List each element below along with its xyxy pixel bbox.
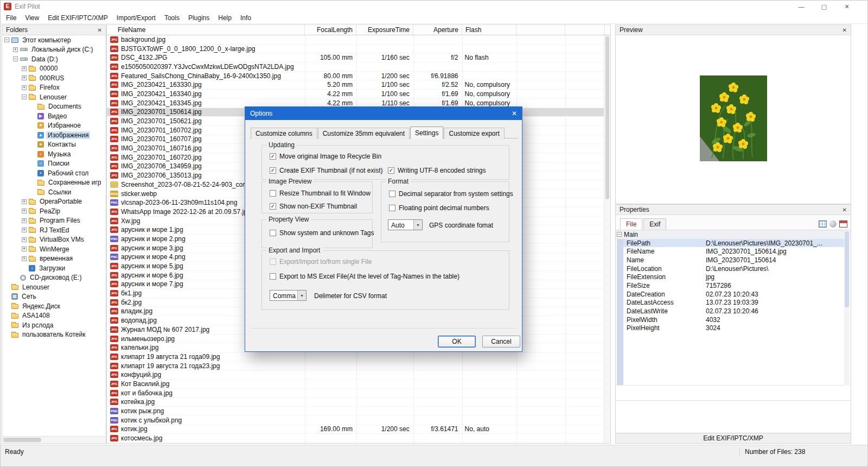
tree-item[interactable]: ♪Музыка bbox=[2, 149, 106, 159]
preview-close-icon[interactable]: ✕ bbox=[843, 27, 847, 33]
globe-icon[interactable] bbox=[829, 220, 837, 228]
file-row[interactable]: JPGIMG_20230421_163330.jpg5.20 mm1/100 s… bbox=[107, 80, 604, 90]
tree-item[interactable]: ▲Изображения bbox=[2, 130, 106, 140]
unchecked-checkbox-icon[interactable] bbox=[270, 258, 276, 265]
property-row[interactable]: NameIMG_20230701_150614 bbox=[623, 256, 844, 264]
export-single-file-checkbox[interactable]: Export/Import to/from single File bbox=[270, 258, 372, 266]
unchecked-checkbox-icon[interactable] bbox=[270, 190, 276, 197]
menu-import-export[interactable]: Import/Export bbox=[112, 12, 160, 23]
tree-item[interactable]: +00000 bbox=[2, 64, 106, 74]
collapse-expander-icon[interactable]: − bbox=[13, 56, 18, 61]
tree-item[interactable]: −Этот компьютер bbox=[2, 35, 106, 45]
file-row[interactable]: JPGклипарт 19 августа 21 года23.jpg bbox=[107, 362, 604, 371]
tree-item[interactable]: Из рслода bbox=[2, 320, 106, 330]
file-row[interactable]: JPGFeatured_SailsChong_ChinaBaby_16-9-24… bbox=[107, 72, 604, 81]
tree-item[interactable]: +OperaPortable bbox=[2, 197, 106, 207]
ok-button[interactable]: OK bbox=[438, 336, 476, 348]
column-header-exposuretime[interactable]: ExposureTime bbox=[356, 25, 413, 35]
file-row[interactable]: JPGконфуций.jpg bbox=[107, 370, 604, 380]
minimize-icon[interactable]: — bbox=[797, 3, 806, 10]
properties-vertical-scrollbar[interactable] bbox=[844, 230, 850, 386]
scrollbar-thumb[interactable] bbox=[845, 231, 849, 307]
file-row[interactable]: JPGbackground.jpg bbox=[107, 35, 604, 45]
expand-expander-icon[interactable]: + bbox=[22, 75, 27, 80]
dialog-tab-customize-export[interactable]: Customize export bbox=[444, 128, 504, 139]
column-header-empty[interactable] bbox=[516, 25, 565, 35]
column-header-empty[interactable] bbox=[565, 25, 605, 35]
dialog-tab-customize-35mm-equivalent[interactable]: Customize 35mm equivalent bbox=[318, 128, 410, 139]
tree-item[interactable]: пользователь Котейк bbox=[2, 330, 106, 340]
property-row[interactable]: FileNameIMG_20230701_150614.jpg bbox=[623, 247, 844, 256]
dialog-tab-settings[interactable]: Settings bbox=[410, 127, 443, 139]
move-to-recycle-checkbox[interactable]: ✓Move original Image to Recycle Bin bbox=[270, 153, 381, 160]
checked-checkbox-icon[interactable]: ✓ bbox=[270, 203, 276, 210]
property-row[interactable]: DateLastAccess13.07.23 19:03:39 bbox=[623, 299, 844, 307]
checked-checkbox-icon[interactable]: ✓ bbox=[388, 167, 394, 174]
property-row[interactable]: FileSize7157286 bbox=[623, 281, 844, 290]
decimal-separator-checkbox[interactable]: Decimal separator from system settings bbox=[389, 190, 513, 198]
properties-close-icon[interactable]: ✕ bbox=[843, 207, 847, 213]
file-row[interactable]: JPGDSC_4132.JPG105.00 mm1/160 secf/2No f… bbox=[107, 53, 604, 62]
tree-item[interactable]: +WinMerge bbox=[2, 244, 106, 254]
chevron-down-icon[interactable]: ▼ bbox=[413, 220, 422, 230]
tree-item[interactable]: +Локальный диск (C:) bbox=[2, 45, 106, 55]
tree-item[interactable]: −Data (D:) bbox=[2, 54, 106, 64]
properties-tab-exif[interactable]: Exif bbox=[643, 218, 666, 230]
scrollbar-thumb[interactable] bbox=[3, 438, 41, 442]
cancel-button[interactable]: Cancel bbox=[482, 336, 520, 348]
properties-tab-file[interactable]: File bbox=[620, 218, 642, 230]
tree-item[interactable]: ●Контакты bbox=[2, 140, 106, 150]
expand-expander-icon[interactable]: + bbox=[22, 218, 27, 223]
file-row[interactable]: JPGкотик.jpg169.00 mm1/200 secf/3.61471N… bbox=[107, 425, 604, 434]
menu-file[interactable]: File bbox=[2, 12, 21, 23]
tree-item[interactable]: +Firefox bbox=[2, 83, 106, 93]
tree-item[interactable]: ▶Видео bbox=[2, 111, 106, 121]
folders-horizontal-scrollbar[interactable] bbox=[2, 436, 106, 443]
tree-item[interactable]: ▦Сеть bbox=[2, 292, 106, 302]
dialog-title-bar[interactable]: Options ✕ bbox=[245, 107, 522, 120]
tree-item[interactable]: Ссылки bbox=[2, 187, 106, 197]
tree-item[interactable]: ↓Загрузки bbox=[2, 263, 106, 273]
show-system-tags-checkbox[interactable]: Show system and unknown Tags bbox=[270, 229, 374, 237]
property-row[interactable]: PixelHeight3024 bbox=[623, 324, 844, 333]
collapse-expander-icon[interactable]: − bbox=[617, 232, 622, 237]
collapse-expander-icon[interactable]: − bbox=[22, 94, 27, 99]
menu-edit-exif-iptc-xmp[interactable]: Edit EXIF/IPTC/XMP bbox=[43, 12, 112, 23]
folders-close-icon[interactable]: ✕ bbox=[98, 27, 102, 33]
unchecked-checkbox-icon[interactable] bbox=[389, 205, 395, 211]
property-group-row[interactable]: − Main bbox=[616, 230, 851, 239]
tree-item[interactable]: Яндекс.Диск bbox=[2, 301, 106, 311]
close-icon[interactable]: ✕ bbox=[843, 3, 851, 10]
floating-point-checkbox[interactable]: Floating point decimal numbers bbox=[389, 204, 489, 212]
unchecked-checkbox-icon[interactable] bbox=[389, 191, 395, 197]
expand-expander-icon[interactable]: + bbox=[22, 199, 27, 204]
checked-checkbox-icon[interactable]: ✓ bbox=[270, 153, 276, 160]
utf8-strings-checkbox[interactable]: ✓Writing UTF-8 encoded strings bbox=[388, 167, 486, 174]
file-row[interactable]: JPGкотейка.jpg bbox=[107, 398, 604, 407]
dialog-tab-customize-columns[interactable]: Customize columns bbox=[251, 128, 317, 139]
show-non-exif-thumbnail-checkbox[interactable]: ✓Show non-EXIF Thumbnail bbox=[270, 203, 357, 210]
file-row[interactable]: JPGBJSTGXToWF_0_0_1800_1200_0_x-large.jp… bbox=[107, 45, 604, 54]
unchecked-checkbox-icon[interactable] bbox=[270, 230, 276, 236]
tree-item[interactable]: Documents bbox=[2, 102, 106, 112]
file-row[interactable]: PNGкотик рыж.png bbox=[107, 407, 604, 416]
column-header-flash[interactable]: Flash bbox=[462, 25, 516, 35]
property-row[interactable]: FileLocationD:\Lenouser\Pictures\ bbox=[623, 264, 844, 273]
expand-expander-icon[interactable]: + bbox=[22, 237, 27, 242]
checked-checkbox-icon[interactable]: ✓ bbox=[270, 167, 276, 174]
expand-expander-icon[interactable]: + bbox=[13, 47, 18, 52]
tree-item[interactable]: +временная bbox=[2, 254, 106, 264]
expand-expander-icon[interactable]: + bbox=[22, 247, 27, 251]
tree-item[interactable]: ASA1408 bbox=[2, 311, 106, 321]
tree-item[interactable]: +PeaZip bbox=[2, 206, 106, 216]
file-row[interactable]: JPGкотосмесь.jpg bbox=[107, 434, 604, 443]
maximize-icon[interactable]: ▢ bbox=[820, 3, 828, 10]
file-row[interactable]: JPGкот и бабочка.jpg bbox=[107, 389, 604, 398]
expand-expander-icon[interactable]: + bbox=[22, 228, 27, 232]
menu-view[interactable]: View bbox=[21, 12, 43, 23]
tree-item[interactable]: Lenouser bbox=[2, 282, 106, 292]
property-row[interactable]: FilePathD:\Lenouser\Pictures\IMG_2023070… bbox=[623, 239, 844, 248]
scrollbar-thumb[interactable] bbox=[605, 36, 609, 199]
tree-item[interactable]: ○Поиски bbox=[2, 159, 106, 169]
tree-item[interactable]: +000RUS bbox=[2, 73, 106, 83]
